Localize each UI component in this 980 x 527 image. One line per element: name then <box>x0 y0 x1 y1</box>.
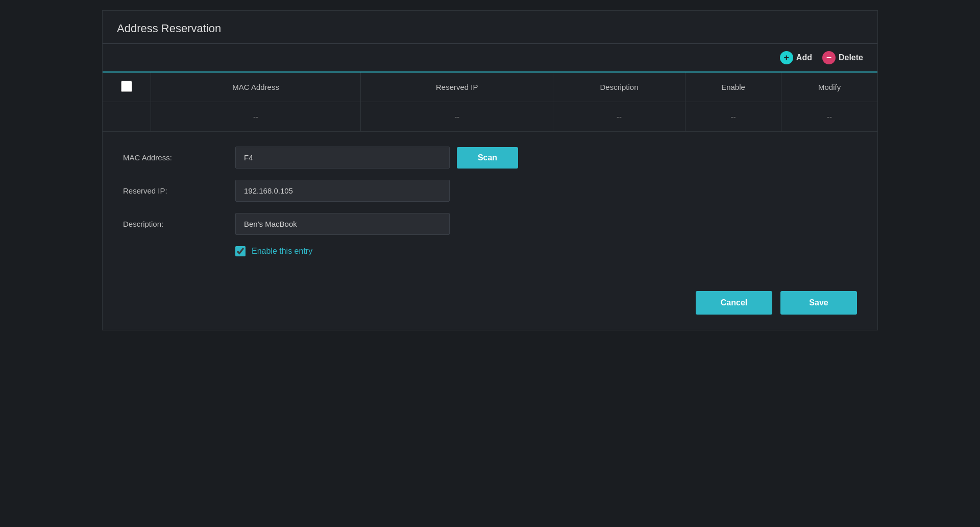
form-section: MAC Address: Scan Reserved IP: Descripti… <box>103 132 877 286</box>
description-row: Description: <box>123 213 857 235</box>
th-description: Description <box>553 73 685 102</box>
th-modify: Modify <box>781 73 877 102</box>
th-mac-address: MAC Address <box>151 73 361 102</box>
table-header-row: MAC Address Reserved IP Description Enab… <box>103 73 877 102</box>
th-enable: Enable <box>685 73 781 102</box>
delete-label: Delete <box>839 53 863 62</box>
reservation-table-container: MAC Address Reserved IP Description Enab… <box>103 71 877 132</box>
cancel-button[interactable]: Cancel <box>696 291 772 315</box>
scan-button[interactable]: Scan <box>457 147 518 169</box>
row-enable: -- <box>685 102 781 132</box>
delete-button[interactable]: − Delete <box>822 51 863 64</box>
reservation-table: MAC Address Reserved IP Description Enab… <box>103 73 877 132</box>
enable-row: Enable this entry <box>235 246 857 256</box>
save-button[interactable]: Save <box>780 291 857 315</box>
delete-icon: − <box>822 51 836 64</box>
mac-address-input[interactable] <box>235 147 450 169</box>
select-all-checkbox[interactable] <box>121 81 132 92</box>
row-reserved-ip: -- <box>361 102 553 132</box>
page-title: Address Reservation <box>117 22 863 35</box>
table-row: -- -- -- -- -- <box>103 102 877 132</box>
add-button[interactable]: + Add <box>780 51 812 64</box>
row-modify: -- <box>781 102 877 132</box>
add-icon: + <box>780 51 793 64</box>
description-label: Description: <box>123 220 235 228</box>
row-description: -- <box>553 102 685 132</box>
mac-address-row: MAC Address: Scan <box>123 147 857 169</box>
th-checkbox <box>103 73 151 102</box>
th-reserved-ip: Reserved IP <box>361 73 553 102</box>
add-label: Add <box>796 53 812 62</box>
reserved-ip-row: Reserved IP: <box>123 180 857 202</box>
footer-buttons: Cancel Save <box>103 286 877 330</box>
reserved-ip-input[interactable] <box>235 180 450 202</box>
enable-label[interactable]: Enable this entry <box>252 247 312 256</box>
row-checkbox-cell <box>103 102 151 132</box>
row-mac: -- <box>151 102 361 132</box>
mac-address-label: MAC Address: <box>123 153 235 162</box>
toolbar: + Add − Delete <box>103 44 877 71</box>
reserved-ip-label: Reserved IP: <box>123 186 235 195</box>
modal-header: Address Reservation <box>103 11 877 44</box>
enable-checkbox[interactable] <box>235 246 246 256</box>
description-input[interactable] <box>235 213 450 235</box>
